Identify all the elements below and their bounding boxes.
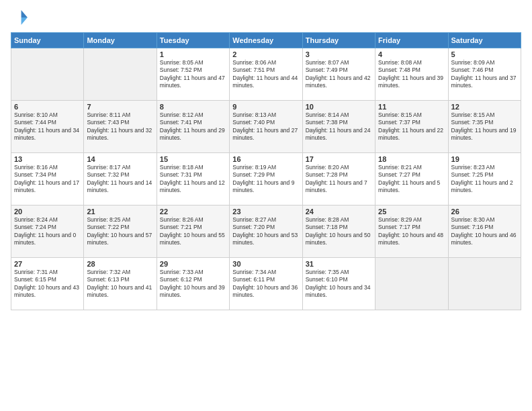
calendar-cell: 25Sunrise: 8:29 AM Sunset: 7:17 PM Dayli… — [375, 205, 448, 258]
calendar-cell: 29Sunrise: 7:33 AM Sunset: 6:12 PM Dayli… — [157, 258, 229, 310]
calendar-week-row: 1Sunrise: 8:05 AM Sunset: 7:52 PM Daylig… — [11, 48, 521, 101]
calendar-cell: 26Sunrise: 8:30 AM Sunset: 7:16 PM Dayli… — [448, 205, 521, 258]
day-info: Sunrise: 8:30 AM Sunset: 7:16 PM Dayligh… — [451, 216, 518, 247]
day-number: 4 — [378, 50, 445, 58]
calendar-cell — [375, 258, 448, 310]
day-number: 31 — [306, 260, 372, 268]
day-info: Sunrise: 8:05 AM Sunset: 7:52 PM Dayligh… — [160, 59, 226, 90]
calendar-cell: 15Sunrise: 8:18 AM Sunset: 7:31 PM Dayli… — [157, 153, 229, 205]
calendar-cell: 12Sunrise: 8:15 AM Sunset: 7:35 PM Dayli… — [448, 101, 521, 153]
day-number: 27 — [14, 260, 81, 268]
day-info: Sunrise: 8:28 AM Sunset: 7:18 PM Dayligh… — [306, 216, 372, 247]
day-info: Sunrise: 8:18 AM Sunset: 7:31 PM Dayligh… — [160, 164, 226, 195]
day-number: 30 — [232, 260, 299, 268]
calendar-cell — [11, 48, 84, 101]
day-number: 20 — [14, 208, 81, 216]
day-info: Sunrise: 8:19 AM Sunset: 7:29 PM Dayligh… — [232, 164, 299, 195]
calendar-cell — [448, 258, 521, 310]
day-number: 22 — [160, 208, 226, 216]
calendar-week-row: 20Sunrise: 8:24 AM Sunset: 7:24 PM Dayli… — [11, 205, 521, 258]
day-number: 21 — [87, 208, 153, 216]
day-number: 9 — [232, 103, 299, 111]
calendar-cell: 14Sunrise: 8:17 AM Sunset: 7:32 PM Dayli… — [84, 153, 157, 205]
calendar-cell: 4Sunrise: 8:08 AM Sunset: 7:48 PM Daylig… — [375, 48, 448, 101]
day-number: 17 — [306, 155, 372, 163]
day-info: Sunrise: 8:08 AM Sunset: 7:48 PM Dayligh… — [378, 59, 445, 90]
day-info: Sunrise: 7:35 AM Sunset: 6:10 PM Dayligh… — [306, 269, 372, 300]
calendar-week-row: 27Sunrise: 7:31 AM Sunset: 6:15 PM Dayli… — [11, 258, 521, 310]
calendar-cell: 22Sunrise: 8:26 AM Sunset: 7:21 PM Dayli… — [157, 205, 229, 258]
day-info: Sunrise: 8:09 AM Sunset: 7:46 PM Dayligh… — [451, 59, 518, 90]
day-number: 11 — [378, 103, 445, 111]
day-info: Sunrise: 8:26 AM Sunset: 7:21 PM Dayligh… — [160, 216, 226, 247]
day-info: Sunrise: 8:23 AM Sunset: 7:25 PM Dayligh… — [451, 164, 518, 195]
day-of-week-header: Wednesday — [230, 33, 302, 48]
day-number: 8 — [160, 103, 226, 111]
calendar-cell: 17Sunrise: 8:20 AM Sunset: 7:28 PM Dayli… — [302, 153, 375, 205]
day-info: Sunrise: 8:20 AM Sunset: 7:28 PM Dayligh… — [306, 164, 372, 195]
day-number: 19 — [451, 155, 518, 163]
day-number: 23 — [232, 208, 299, 216]
calendar-cell: 18Sunrise: 8:21 AM Sunset: 7:27 PM Dayli… — [375, 153, 448, 205]
day-info: Sunrise: 7:33 AM Sunset: 6:12 PM Dayligh… — [160, 269, 226, 300]
day-info: Sunrise: 8:12 AM Sunset: 7:41 PM Dayligh… — [160, 111, 226, 142]
day-info: Sunrise: 8:14 AM Sunset: 7:38 PM Dayligh… — [306, 111, 372, 142]
calendar-cell: 23Sunrise: 8:27 AM Sunset: 7:20 PM Dayli… — [230, 205, 302, 258]
calendar-cell: 6Sunrise: 8:10 AM Sunset: 7:44 PM Daylig… — [11, 101, 84, 153]
calendar-cell: 2Sunrise: 8:06 AM Sunset: 7:51 PM Daylig… — [230, 48, 302, 101]
calendar-cell: 21Sunrise: 8:25 AM Sunset: 7:22 PM Dayli… — [84, 205, 157, 258]
day-info: Sunrise: 8:17 AM Sunset: 7:32 PM Dayligh… — [87, 164, 153, 195]
calendar-week-row: 13Sunrise: 8:16 AM Sunset: 7:34 PM Dayli… — [11, 153, 521, 205]
header — [11, 8, 521, 27]
day-info: Sunrise: 7:31 AM Sunset: 6:15 PM Dayligh… — [14, 269, 81, 300]
calendar-week-row: 6Sunrise: 8:10 AM Sunset: 7:44 PM Daylig… — [11, 101, 521, 153]
calendar-cell: 31Sunrise: 7:35 AM Sunset: 6:10 PM Dayli… — [302, 258, 375, 310]
day-number: 29 — [160, 260, 226, 268]
calendar-cell: 11Sunrise: 8:15 AM Sunset: 7:37 PM Dayli… — [375, 101, 448, 153]
calendar-cell: 8Sunrise: 8:12 AM Sunset: 7:41 PM Daylig… — [157, 101, 229, 153]
day-number: 14 — [87, 155, 153, 163]
day-number: 2 — [232, 50, 299, 58]
day-info: Sunrise: 8:10 AM Sunset: 7:44 PM Dayligh… — [14, 111, 81, 142]
svg-marker-0 — [21, 10, 28, 17]
day-info: Sunrise: 8:27 AM Sunset: 7:20 PM Dayligh… — [232, 216, 299, 247]
calendar-cell: 24Sunrise: 8:28 AM Sunset: 7:18 PM Dayli… — [302, 205, 375, 258]
day-number: 26 — [451, 208, 518, 216]
day-info: Sunrise: 8:13 AM Sunset: 7:40 PM Dayligh… — [232, 111, 299, 142]
day-info: Sunrise: 7:32 AM Sunset: 6:13 PM Dayligh… — [87, 269, 153, 300]
day-info: Sunrise: 8:11 AM Sunset: 7:43 PM Dayligh… — [87, 111, 153, 142]
calendar-cell — [84, 48, 157, 101]
day-info: Sunrise: 8:15 AM Sunset: 7:37 PM Dayligh… — [378, 111, 445, 142]
day-number: 10 — [306, 103, 372, 111]
calendar-cell: 7Sunrise: 8:11 AM Sunset: 7:43 PM Daylig… — [84, 101, 157, 153]
day-number: 6 — [14, 103, 81, 111]
day-number: 5 — [451, 50, 518, 58]
day-number: 24 — [306, 208, 372, 216]
day-info: Sunrise: 7:34 AM Sunset: 6:11 PM Dayligh… — [232, 269, 299, 300]
day-number: 7 — [87, 103, 153, 111]
day-of-week-header: Sunday — [11, 33, 84, 48]
day-number: 25 — [378, 208, 445, 216]
day-number: 18 — [378, 155, 445, 163]
day-info: Sunrise: 8:25 AM Sunset: 7:22 PM Dayligh… — [87, 216, 153, 247]
calendar-cell: 9Sunrise: 8:13 AM Sunset: 7:40 PM Daylig… — [230, 101, 302, 153]
day-info: Sunrise: 8:16 AM Sunset: 7:34 PM Dayligh… — [14, 164, 81, 195]
calendar-cell: 27Sunrise: 7:31 AM Sunset: 6:15 PM Dayli… — [11, 258, 84, 310]
day-info: Sunrise: 8:06 AM Sunset: 7:51 PM Dayligh… — [232, 59, 299, 90]
calendar-cell: 1Sunrise: 8:05 AM Sunset: 7:52 PM Daylig… — [157, 48, 229, 101]
day-number: 12 — [451, 103, 518, 111]
day-of-week-header: Friday — [375, 33, 448, 48]
calendar-cell: 16Sunrise: 8:19 AM Sunset: 7:29 PM Dayli… — [230, 153, 302, 205]
day-of-week-header: Saturday — [448, 33, 521, 48]
calendar-cell: 5Sunrise: 8:09 AM Sunset: 7:46 PM Daylig… — [448, 48, 521, 101]
day-number: 15 — [160, 155, 226, 163]
day-of-week-header: Tuesday — [157, 33, 229, 48]
logo — [11, 8, 32, 27]
calendar-cell: 13Sunrise: 8:16 AM Sunset: 7:34 PM Dayli… — [11, 153, 84, 205]
day-info: Sunrise: 8:24 AM Sunset: 7:24 PM Dayligh… — [14, 216, 81, 247]
logo-icon — [11, 8, 30, 27]
day-number: 13 — [14, 155, 81, 163]
day-number: 16 — [232, 155, 299, 163]
day-number: 28 — [87, 260, 153, 268]
day-info: Sunrise: 8:07 AM Sunset: 7:49 PM Dayligh… — [306, 59, 372, 90]
